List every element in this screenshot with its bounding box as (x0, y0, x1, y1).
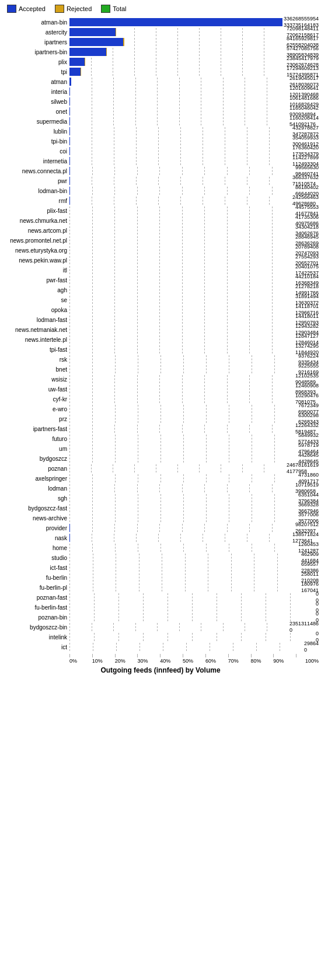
row-label: plix-fast (2, 208, 69, 214)
grid-line (266, 613, 290, 621)
grid-line (249, 395, 272, 403)
grid-line (203, 197, 225, 205)
grid-line (229, 514, 252, 522)
grid-line (113, 117, 135, 125)
grid-line (160, 355, 183, 363)
bar-row: news.intertele.pl1284712712846014 (2, 335, 319, 344)
bar-row: ict298640 (2, 642, 319, 652)
grid-line (229, 365, 252, 373)
grid-line (69, 514, 92, 522)
grid-line (227, 206, 250, 215)
grid-line (159, 395, 182, 403)
grid-line (192, 603, 217, 611)
grid-line (159, 524, 182, 532)
bar-wrapper (69, 226, 294, 235)
grid-lines (69, 147, 291, 155)
grid-line (114, 326, 137, 334)
row-label: lodman (2, 485, 69, 492)
bar-row: news.artcom.pl3430421834062676 (2, 226, 319, 235)
grid-line (92, 246, 115, 254)
grid-line (136, 137, 158, 145)
grid-line (252, 365, 274, 373)
grid-line (203, 534, 225, 542)
bar-row: ipartners-fast122643325819487 (2, 424, 319, 433)
chart-container: AcceptedRejectedTotal atman-bin336268555… (0, 0, 321, 698)
grid-line (69, 236, 92, 244)
grid-line (223, 117, 245, 125)
grid-line (182, 246, 205, 254)
grid-lines (69, 544, 297, 552)
grid-line (116, 564, 139, 572)
grid-line (277, 583, 301, 592)
grid-line (199, 48, 221, 56)
grid-line (242, 464, 264, 473)
grid-line (136, 147, 158, 155)
grid-line (135, 97, 158, 106)
x-labels: 0%10%20%30%40%50%60%70%80%90%100% (2, 658, 319, 664)
bar-wrapper (69, 484, 294, 492)
grid-lines (69, 127, 291, 135)
bar-row: supermedia1160208414541092176 (2, 117, 319, 126)
grid-line (290, 633, 315, 641)
grid-line (115, 405, 138, 413)
grid-line (183, 544, 206, 552)
row-value: 24678161619 (287, 462, 319, 468)
grid-line (182, 256, 205, 264)
grid-line (92, 216, 115, 225)
bar-row: lodman-fast1441801112950793 (2, 315, 319, 324)
grid-line (114, 524, 137, 532)
grid-lines (69, 474, 297, 482)
grid-line (249, 425, 272, 433)
grid-line (223, 78, 245, 86)
row-label: prz (2, 416, 69, 422)
grid-line (179, 623, 201, 631)
grid-line (221, 68, 242, 76)
grid-line (69, 444, 92, 453)
grid-line (160, 365, 183, 373)
grid-line (157, 97, 179, 106)
grid-line (114, 137, 136, 145)
grid-line (280, 643, 303, 651)
row-value: 29864 (304, 640, 319, 647)
grid-line (192, 593, 217, 601)
grid-line (182, 425, 205, 433)
grid-line (223, 107, 245, 116)
grid-line (158, 127, 180, 135)
grid-line (206, 405, 229, 413)
grid-line (159, 226, 182, 235)
grid-line (114, 335, 137, 344)
grid-line (274, 544, 297, 552)
bar-row: news.connecta.pl9956563098460741 (2, 166, 319, 176)
grid-lines (69, 236, 294, 244)
row-value: 14118701 (295, 303, 319, 310)
legend-color-box (101, 5, 110, 13)
grid-line (204, 167, 227, 175)
grid-line (114, 276, 137, 284)
bar-wrapper (69, 454, 297, 463)
grid-line (249, 276, 272, 284)
bar-row: astercity7209814841172062158617 (2, 27, 319, 37)
grid-line (245, 97, 267, 106)
grid-line (114, 206, 137, 215)
grid-line (137, 296, 160, 304)
grid-line (114, 226, 137, 235)
grid-lines (69, 326, 294, 334)
grid-line (177, 58, 199, 66)
grid-line (272, 484, 295, 492)
bar-row: sgh63510443796384 (2, 494, 319, 503)
grid-line (221, 38, 242, 46)
grid-lines (69, 107, 288, 116)
grid-line (204, 246, 227, 254)
grid-line (92, 187, 115, 195)
row-value: 0 (316, 591, 319, 597)
grid-line (69, 603, 94, 611)
grid-line (247, 137, 269, 145)
grid-line (182, 276, 205, 284)
grid-line (269, 157, 291, 165)
bar-wrapper (69, 544, 297, 552)
grid-line (264, 68, 285, 76)
grid-line (254, 583, 277, 592)
row-value: 34304218 (295, 224, 319, 230)
row-label: poznan-fast (2, 594, 69, 601)
grid-line (249, 306, 272, 314)
